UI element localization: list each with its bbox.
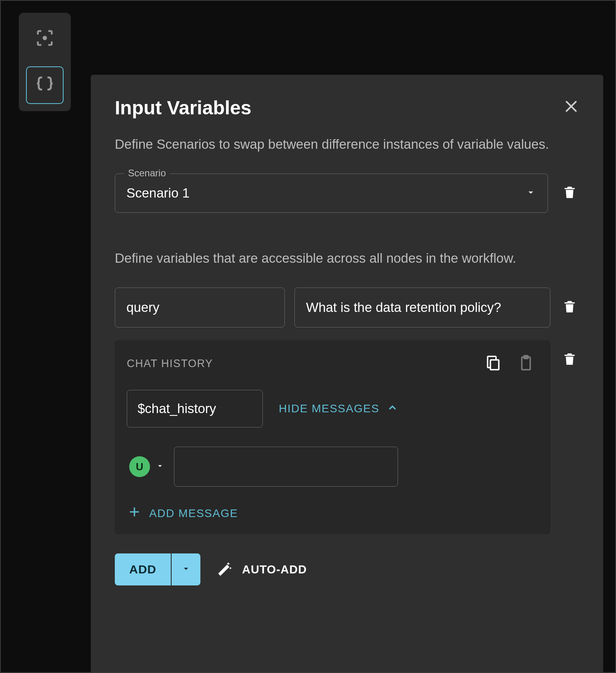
add-message-button[interactable]: ADD MESSAGE (127, 506, 538, 521)
role-selector[interactable]: U (129, 456, 164, 477)
scenario-value: Scenario 1 (126, 186, 525, 201)
variables-description: Define variables that are accessible acr… (115, 248, 579, 268)
role-avatar: U (129, 456, 150, 477)
chevron-up-icon (387, 402, 398, 415)
input-variables-panel: Input Variables Define Scenarios to swap… (91, 75, 603, 672)
chat-variable-input[interactable] (127, 390, 263, 427)
clipboard-icon (518, 367, 534, 373)
chevron-down-icon (181, 563, 191, 575)
plus-icon (128, 506, 140, 521)
trash-icon (562, 184, 577, 202)
hide-messages-button[interactable]: HIDE MESSAGES (279, 402, 398, 415)
variable-name-input[interactable] (115, 288, 285, 328)
scenario-legend: Scenario (124, 168, 170, 179)
footer-row: ADD AUTO-ADD (115, 553, 579, 585)
chat-history-label: CHAT HISTORY (127, 357, 485, 370)
auto-add-button[interactable]: AUTO-ADD (216, 560, 307, 579)
variable-value-input[interactable] (294, 288, 550, 328)
message-row: U (127, 447, 538, 487)
chevron-down-icon (525, 187, 536, 200)
close-button[interactable] (563, 98, 579, 116)
message-input[interactable] (174, 447, 398, 487)
scenario-row: Scenario Scenario 1 (115, 174, 579, 213)
trash-icon (562, 351, 577, 369)
add-button[interactable]: ADD (115, 553, 172, 585)
add-button-label: ADD (129, 563, 156, 576)
trash-icon (562, 298, 577, 317)
panel-header: Input Variables (115, 97, 579, 119)
add-split-button: ADD (115, 553, 200, 585)
braces-icon (34, 74, 55, 96)
add-message-label: ADD MESSAGE (149, 507, 238, 520)
svg-rect-1 (490, 360, 499, 370)
close-icon (563, 109, 579, 116)
scenarios-description: Define Scenarios to swap between differe… (115, 134, 579, 154)
chat-history-header: CHAT HISTORY (127, 353, 538, 374)
chat-history-block: CHAT HISTORY (115, 340, 550, 534)
delete-chat-variable-button[interactable] (560, 351, 579, 369)
chevron-down-icon (156, 461, 164, 472)
panel-title: Input Variables (115, 97, 251, 119)
focus-tool-button[interactable] (26, 20, 64, 58)
hide-messages-label: HIDE MESSAGES (279, 402, 379, 415)
svg-rect-3 (524, 356, 528, 359)
auto-add-label: AUTO-ADD (242, 563, 307, 576)
paste-button[interactable] (518, 353, 534, 374)
chat-history-row: CHAT HISTORY (115, 340, 579, 534)
variable-row (115, 288, 579, 328)
chat-variable-row: HIDE MESSAGES (127, 390, 538, 427)
variables-tool-button[interactable] (26, 66, 64, 104)
svg-point-0 (43, 36, 47, 40)
scenario-select[interactable]: Scenario Scenario 1 (115, 174, 548, 213)
focus-icon (34, 28, 55, 50)
chat-history-actions (485, 353, 534, 374)
delete-variable-button[interactable] (560, 298, 579, 317)
magic-wand-icon (216, 560, 232, 579)
side-toolbar (19, 13, 71, 111)
delete-scenario-button[interactable] (560, 184, 579, 202)
app-frame: Input Variables Define Scenarios to swap… (0, 0, 616, 673)
copy-button[interactable] (485, 353, 502, 374)
add-dropdown-button[interactable] (172, 553, 200, 585)
copy-icon (485, 367, 502, 373)
